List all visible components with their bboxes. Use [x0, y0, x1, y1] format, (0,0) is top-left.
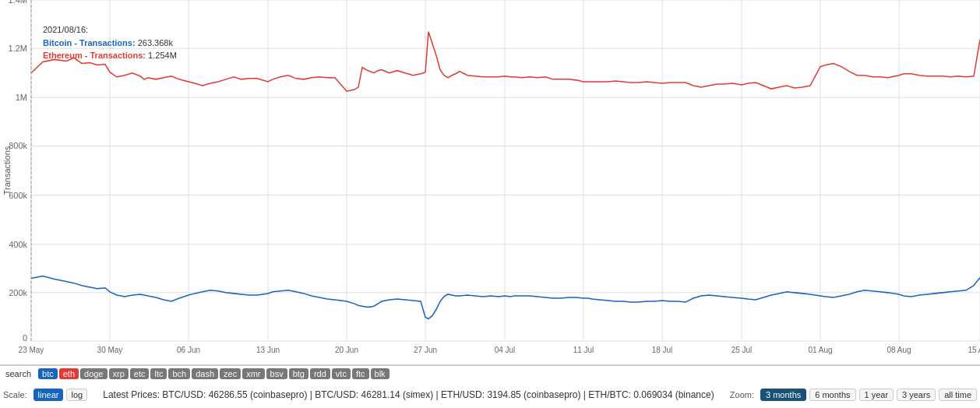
- svg-text:04 Jul: 04 Jul: [495, 346, 516, 354]
- coin-btn-vtc[interactable]: vtc: [332, 368, 351, 379]
- svg-text:01 Aug: 01 Aug: [808, 346, 832, 354]
- svg-text:13 Jun: 13 Jun: [256, 346, 280, 354]
- svg-text:20 Jun: 20 Jun: [335, 346, 358, 354]
- zoom-label: Zoom:: [730, 390, 754, 399]
- tooltip-btc-value: 263.368k: [138, 38, 173, 47]
- tooltip-btc-label: Bitcoin - Transactions:: [43, 38, 136, 47]
- coin-btn-xrp[interactable]: xrp: [109, 368, 129, 379]
- svg-text:600k: 600k: [9, 191, 27, 200]
- zoom-3years-button[interactable]: 3 years: [897, 389, 936, 401]
- tooltip-eth: Ethereum - Transactions: 1.254M: [43, 49, 177, 62]
- svg-text:1M: 1M: [16, 93, 27, 102]
- price-eth-coinbasepro: ETH/USD: 3194.85 (coinbasepro): [441, 389, 580, 400]
- prices-label: Latest Prices:: [103, 389, 160, 400]
- coin-btn-btc[interactable]: btc: [38, 368, 58, 379]
- svg-text:200k: 200k: [9, 288, 27, 297]
- coins-row: search btc eth doge xrp etc ltc bch dash…: [0, 366, 980, 382]
- coin-btn-ftc[interactable]: ftc: [352, 368, 369, 379]
- coin-btn-doge[interactable]: doge: [80, 368, 107, 379]
- y-axis-label: Transactions: [2, 146, 12, 195]
- svg-text:11 Jul: 11 Jul: [573, 346, 594, 354]
- price-eth-btc-binance: ETH/BTC: 0.069034 (binance): [588, 389, 714, 400]
- bottom-bar: search btc eth doge xrp etc ltc bch dash…: [0, 365, 980, 408]
- svg-text:27 Jun: 27 Jun: [414, 346, 437, 354]
- svg-text:400k: 400k: [9, 240, 27, 249]
- chart-area: Transactions: [0, 0, 980, 365]
- scale-label: Scale:: [3, 390, 27, 399]
- coin-btn-rdd[interactable]: rdd: [310, 368, 330, 379]
- coin-btn-xmr[interactable]: xmr: [242, 368, 264, 379]
- coin-btn-bch[interactable]: bch: [168, 368, 190, 379]
- svg-text:30 May: 30 May: [97, 346, 124, 354]
- zoom-6months-button[interactable]: 6 months: [809, 389, 855, 401]
- main-container: Transactions: [0, 0, 980, 408]
- coin-btn-dash[interactable]: dash: [192, 368, 218, 379]
- tooltip-box: 2021/08/16: Bitcoin - Transactions: 263.…: [43, 23, 177, 62]
- svg-text:0: 0: [23, 333, 27, 343]
- coin-btn-eth[interactable]: eth: [59, 368, 79, 379]
- tooltip-eth-label: Ethereum - Transactions:: [43, 51, 146, 60]
- tooltip-date: 2021/08/16:: [43, 23, 177, 37]
- coin-btn-blk[interactable]: blk: [371, 368, 390, 379]
- price-btc-coinbasepro: BTC/USD: 46286.55 (coinbasepro): [162, 389, 307, 400]
- coin-btn-ltc[interactable]: ltc: [150, 368, 167, 379]
- prices-display: Latest Prices: BTC/USD: 46286.55 (coinba…: [90, 389, 727, 400]
- svg-text:800k: 800k: [9, 141, 27, 150]
- zoom-3months-button[interactable]: 3 months: [760, 389, 806, 401]
- svg-text:06 Jun: 06 Jun: [177, 346, 200, 354]
- svg-text:1.4M: 1.4M: [9, 0, 27, 5]
- svg-text:15 Aug: 15 Aug: [968, 346, 980, 354]
- coin-btn-bsv[interactable]: bsv: [266, 368, 287, 379]
- svg-text:18 Jul: 18 Jul: [652, 346, 673, 354]
- scale-linear-button[interactable]: linear: [33, 389, 64, 401]
- svg-text:08 Aug: 08 Aug: [887, 346, 911, 354]
- coin-btn-btg[interactable]: btg: [289, 368, 308, 379]
- tooltip-eth-value: 1.254M: [148, 51, 177, 60]
- svg-text:25 Jul: 25 Jul: [731, 346, 753, 354]
- tooltip-btc: Bitcoin - Transactions: 263.368k: [43, 37, 177, 50]
- scale-log-button[interactable]: log: [66, 389, 87, 401]
- svg-text:1.2M: 1.2M: [9, 44, 27, 53]
- coin-btn-etc[interactable]: etc: [130, 368, 150, 379]
- svg-text:23 May: 23 May: [19, 346, 45, 354]
- zoom-alltime-button[interactable]: all time: [939, 389, 977, 401]
- price-btc-simex: BTC/USD: 46281.14 (simex): [315, 389, 433, 400]
- zoom-1year-button[interactable]: 1 year: [859, 389, 894, 401]
- coin-btn-zec[interactable]: zec: [220, 368, 241, 379]
- search-button[interactable]: search: [3, 368, 33, 379]
